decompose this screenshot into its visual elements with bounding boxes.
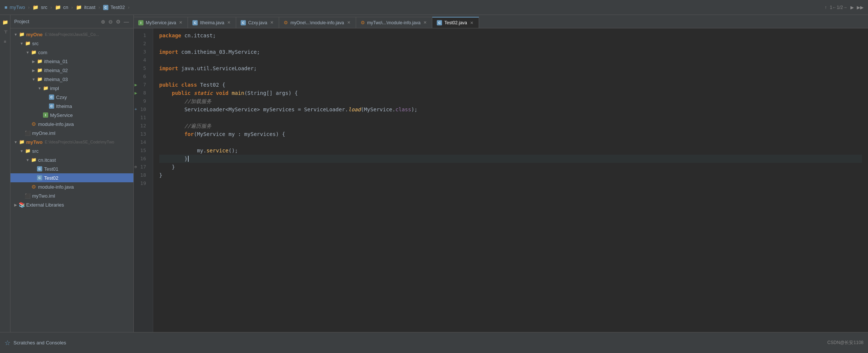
tree-item-czxy[interactable]: C Czxy <box>10 93 133 102</box>
sidebar-icon-2[interactable]: ≡ <box>1 37 9 46</box>
bottom-bar: ☆ Scratches and Consoles CSDN@长安1108 <box>0 332 868 353</box>
sidebar-project-icon[interactable]: 📁 <box>1 18 9 26</box>
sep2: › <box>50 4 52 10</box>
ln-15: 15 <box>134 146 150 155</box>
folder-icon-itheima02: 📁 <box>37 67 43 73</box>
ln-14: 14 <box>134 138 150 146</box>
tree-item-mytwo[interactable]: 📁 myTwo E:\IdeaProjects\JavaSE_Code\myTw… <box>10 137 133 146</box>
itheima02-label: itheima_02 <box>44 68 68 73</box>
watermark: CSDN@长安1108 <box>827 340 864 346</box>
run-icon-8[interactable]: ▶ <box>135 89 137 97</box>
folder-icon-mytwo: 📁 <box>19 139 25 145</box>
tree-item-itheima03[interactable]: 📁 itheima_03 <box>10 75 133 84</box>
impl-label: impl <box>50 86 59 91</box>
breadcrumb-itcast[interactable]: itcast <box>84 4 95 10</box>
sidebar-icon-1[interactable]: ⊢ <box>1 28 9 36</box>
ln-18: 18 <box>134 171 150 179</box>
nav-count: 1←1/2→ <box>830 5 847 10</box>
code-area[interactable]: package cn.itcast; import com.itheima_03… <box>153 28 868 332</box>
arrow-ext-libs <box>13 202 19 208</box>
tab-label-czxy: Czxy.java <box>248 20 267 25</box>
breadcrumb-src[interactable]: src <box>41 4 47 10</box>
project-icon: ■ <box>4 4 7 10</box>
add-icon[interactable]: ⊕ <box>100 18 106 25</box>
tree-item-itheima02[interactable]: 📁 itheima_02 <box>10 66 133 75</box>
folder-icon-src: 📁 <box>25 40 31 46</box>
tab-close-czxy[interactable]: ✕ <box>269 20 274 25</box>
folder-icon-mytwo-src: 📁 <box>25 148 31 154</box>
folder-icon-cn-itcast: 📁 <box>31 157 37 163</box>
itheima03-label: itheima_03 <box>44 77 68 82</box>
itheima01-label: itheima_01 <box>44 59 68 64</box>
tree-item-ext-libs[interactable]: 📚 External Libraries <box>10 200 133 209</box>
breadcrumb-test02[interactable]: Test02 <box>111 4 125 10</box>
tab-myone-module[interactable]: ⚙ myOne\...\module-info.java ✕ <box>279 17 356 28</box>
com-label: com <box>38 50 47 55</box>
tab-label-mytwo-module: myTwo\...\module-info.java <box>367 20 421 25</box>
tab-myservice[interactable]: I MyService.java ✕ <box>134 17 188 28</box>
tree-item-impl[interactable]: 📁 impl <box>10 84 133 93</box>
tree-item-itheima01[interactable]: 📁 itheima_01 <box>10 57 133 66</box>
tree-item-mytwo-src[interactable]: 📁 src <box>10 146 133 155</box>
tree-item-test02[interactable]: C Test02 <box>10 173 133 182</box>
editor-content: 1 2 3 4 5 6 ▶ 7 ▶ 8 9 + 10 11 <box>134 28 868 332</box>
tree-item-test01[interactable]: C Test01 <box>10 164 133 173</box>
arrow-cn-itcast <box>25 157 31 163</box>
nav-forward[interactable]: ▶ <box>850 5 854 10</box>
arrow-com <box>25 49 31 55</box>
tab-close-itheima[interactable]: ✕ <box>226 20 231 25</box>
tab-close-mytwo-module[interactable]: ✕ <box>423 20 427 25</box>
tab-test02[interactable]: C Test02.java ✕ <box>432 17 479 28</box>
arrow-mytwo <box>13 139 19 145</box>
bookmark-icon-10[interactable]: + <box>135 105 137 114</box>
fold-icon-17[interactable]: ⊖ <box>135 163 137 171</box>
ln-6: 6 <box>134 72 150 81</box>
class-icon-bc: C <box>103 5 108 10</box>
tree-item-myone-src[interactable]: 📁 src <box>10 39 133 48</box>
tab-bar: I MyService.java ✕ C Itheima.java ✕ C Cz… <box>134 15 868 28</box>
czxy-label: Czxy <box>56 95 67 100</box>
tree-item-myone-module[interactable]: ⚙ module-info.java <box>10 120 133 128</box>
run-icon-7[interactable]: ▶ <box>135 81 137 89</box>
code-line-2 <box>159 40 862 48</box>
tree-item-mytwo-iml[interactable]: ⬛ myTwo.iml <box>10 191 133 200</box>
ln-11: 11 <box>134 114 150 122</box>
tree-item-cn-itcast[interactable]: 📁 cn.itcast <box>10 155 133 164</box>
code-line-16: } <box>159 155 862 163</box>
tab-mytwo-module[interactable]: ⚙ myTwo\...\module-info.java ✕ <box>356 17 433 28</box>
breadcrumb-mytwo[interactable]: myTwo <box>10 4 25 10</box>
ln-1: 1 <box>134 31 150 40</box>
tree-item-itheima-class[interactable]: C Itheima <box>10 102 133 111</box>
tree-item-com[interactable]: 📁 com <box>10 48 133 57</box>
tab-close-myservice[interactable]: ✕ <box>178 20 183 25</box>
ln-4: 4 <box>134 56 150 64</box>
tab-czxy[interactable]: C Czxy.java ✕ <box>236 17 279 28</box>
ln-9: 9 <box>134 97 150 105</box>
close-panel-icon[interactable]: — <box>123 18 130 25</box>
tab-close-test02[interactable]: ✕ <box>469 20 474 26</box>
settings-icon[interactable]: ⚙ <box>115 18 121 25</box>
code-line-17: } <box>159 163 862 171</box>
ln-5: 5 <box>134 64 150 72</box>
myone-path: E:\IdeaProjects\JavaSE_Co... <box>45 32 99 37</box>
tree-item-myservice[interactable]: I MyService <box>10 111 133 120</box>
tab-itheima[interactable]: C Itheima.java ✕ <box>188 17 236 28</box>
itheima-class-label: Itheima <box>56 103 72 109</box>
ln-2: 2 <box>134 40 150 48</box>
class-icon-test02: C <box>37 175 43 181</box>
collapse-icon[interactable]: ⊖ <box>108 18 114 25</box>
nav-forward2[interactable]: ▶▶ <box>857 5 864 10</box>
nav-back[interactable]: ↑ <box>825 5 827 10</box>
ln-17: ⊖ 17 <box>134 163 150 171</box>
code-line-5: import java.util.ServiceLoader; <box>159 64 862 72</box>
myone-label: myOne <box>26 32 43 37</box>
code-line-14 <box>159 138 862 146</box>
tree-item-myone[interactable]: 📁 myOne E:\IdeaProjects\JavaSE_Co... <box>10 30 133 39</box>
scratches-label: Scratches and Consoles <box>13 340 66 346</box>
scratches-and-consoles[interactable]: ☆ Scratches and Consoles <box>4 339 66 347</box>
myone-iml-label: myOne.iml <box>32 130 55 136</box>
tree-item-myone-iml[interactable]: ⬛ myOne.iml <box>10 128 133 137</box>
tab-close-myone-module[interactable]: ✕ <box>346 20 351 25</box>
tree-item-mytwo-module[interactable]: ⚙ module-info.java <box>10 182 133 191</box>
breadcrumb-cn[interactable]: cn <box>63 4 68 10</box>
